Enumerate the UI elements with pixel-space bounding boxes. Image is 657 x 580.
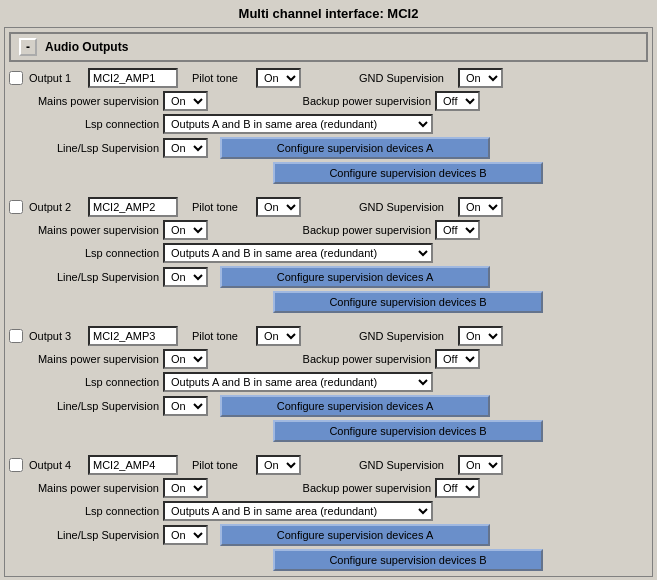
pilot-tone-label-2: Pilot tone: [192, 201, 252, 213]
configure-b-row-2: Configure supervision devices B: [273, 291, 648, 313]
pilot-tone-select-4[interactable]: OnOff: [256, 455, 301, 475]
lsp-connection-select-1[interactable]: Outputs A and B in same area (redundant)…: [163, 114, 433, 134]
line-lsp-select-4[interactable]: OnOff: [163, 525, 208, 545]
mains-power-select-4[interactable]: OnOff: [163, 478, 208, 498]
power-row-1: Mains power supervision OnOff Backup pow…: [29, 91, 648, 111]
power-row-2: Mains power supervision OnOff Backup pow…: [29, 220, 648, 240]
backup-power-select-3[interactable]: OffOn: [435, 349, 480, 369]
configure-b-row-4: Configure supervision devices B: [273, 549, 648, 571]
output-checkbox-4[interactable]: [9, 458, 23, 472]
lsp-row-1: Lsp connection Outputs A and B in same a…: [29, 114, 648, 134]
mains-power-select-1[interactable]: OnOff: [163, 91, 208, 111]
output-label-1: Output 1: [29, 72, 84, 84]
backup-power-label-4: Backup power supervision: [286, 482, 431, 494]
output-main-row-3: Output 3 Pilot tone OnOff GND Supervisio…: [9, 326, 648, 346]
output-block-4: Output 4 Pilot tone OnOff GND Supervisio…: [9, 455, 648, 577]
output-checkbox-2[interactable]: [9, 200, 23, 214]
line-lsp-row-1: Line/Lsp Supervision OnOff Configure sup…: [29, 137, 648, 159]
configure-supervision-a-btn-3[interactable]: Configure supervision devices A: [220, 395, 490, 417]
output-block-3: Output 3 Pilot tone OnOff GND Supervisio…: [9, 326, 648, 451]
mains-power-select-3[interactable]: OnOff: [163, 349, 208, 369]
configure-supervision-a-btn-4[interactable]: Configure supervision devices A: [220, 524, 490, 546]
power-row-3: Mains power supervision OnOff Backup pow…: [29, 349, 648, 369]
gnd-supervision-select-1[interactable]: OnOff: [458, 68, 503, 88]
output-name-input-3[interactable]: [88, 326, 178, 346]
lsp-row-2: Lsp connection Outputs A and B in same a…: [29, 243, 648, 263]
gnd-supervision-select-4[interactable]: OnOff: [458, 455, 503, 475]
lsp-connection-select-3[interactable]: Outputs A and B in same area (redundant)…: [163, 372, 433, 392]
output-main-row-4: Output 4 Pilot tone OnOff GND Supervisio…: [9, 455, 648, 475]
output-name-input-1[interactable]: [88, 68, 178, 88]
line-lsp-select-2[interactable]: OnOff: [163, 267, 208, 287]
lsp-connection-label-3: Lsp connection: [29, 376, 159, 388]
configure-b-row-1: Configure supervision devices B: [273, 162, 648, 184]
output-main-row-1: Output 1 Pilot tone OnOff GND Supervisio…: [9, 68, 648, 88]
collapse-button[interactable]: -: [19, 38, 37, 56]
output-block-1: Output 1 Pilot tone OnOff GND Supervisio…: [9, 68, 648, 193]
pilot-tone-label-3: Pilot tone: [192, 330, 252, 342]
pilot-tone-label-4: Pilot tone: [192, 459, 252, 471]
configure-supervision-b-btn-1[interactable]: Configure supervision devices B: [273, 162, 543, 184]
mains-power-label-2: Mains power supervision: [29, 224, 159, 236]
backup-power-label-1: Backup power supervision: [286, 95, 431, 107]
pilot-tone-select-3[interactable]: OnOff: [256, 326, 301, 346]
section-header: - Audio Outputs: [9, 32, 648, 62]
backup-power-select-4[interactable]: OffOn: [435, 478, 480, 498]
configure-b-row-3: Configure supervision devices B: [273, 420, 648, 442]
lsp-connection-label-1: Lsp connection: [29, 118, 159, 130]
configure-supervision-a-btn-2[interactable]: Configure supervision devices A: [220, 266, 490, 288]
configure-supervision-b-btn-4[interactable]: Configure supervision devices B: [273, 549, 543, 571]
line-lsp-select-1[interactable]: OnOff: [163, 138, 208, 158]
configure-supervision-b-btn-2[interactable]: Configure supervision devices B: [273, 291, 543, 313]
mains-power-label-1: Mains power supervision: [29, 95, 159, 107]
output-checkbox-1[interactable]: [9, 71, 23, 85]
line-lsp-label-1: Line/Lsp Supervision: [29, 142, 159, 154]
line-lsp-row-4: Line/Lsp Supervision OnOff Configure sup…: [29, 524, 648, 546]
line-lsp-row-3: Line/Lsp Supervision OnOff Configure sup…: [29, 395, 648, 417]
mains-power-label-4: Mains power supervision: [29, 482, 159, 494]
output-name-input-2[interactable]: [88, 197, 178, 217]
mains-power-select-2[interactable]: OnOff: [163, 220, 208, 240]
output-block-2: Output 2 Pilot tone OnOff GND Supervisio…: [9, 197, 648, 322]
gnd-supervision-select-3[interactable]: OnOff: [458, 326, 503, 346]
output-label-4: Output 4: [29, 459, 84, 471]
backup-power-label-2: Backup power supervision: [286, 224, 431, 236]
window-title: Multi channel interface: MCI2: [0, 0, 657, 27]
lsp-connection-label-4: Lsp connection: [29, 505, 159, 517]
pilot-tone-label-1: Pilot tone: [192, 72, 252, 84]
gnd-supervision-label-3: GND Supervision: [359, 330, 454, 342]
backup-power-select-1[interactable]: OffOn: [435, 91, 480, 111]
power-row-4: Mains power supervision OnOff Backup pow…: [29, 478, 648, 498]
lsp-row-3: Lsp connection Outputs A and B in same a…: [29, 372, 648, 392]
output-checkbox-3[interactable]: [9, 329, 23, 343]
configure-supervision-b-btn-3[interactable]: Configure supervision devices B: [273, 420, 543, 442]
backup-power-label-3: Backup power supervision: [286, 353, 431, 365]
output-main-row-2: Output 2 Pilot tone OnOff GND Supervisio…: [9, 197, 648, 217]
output-name-input-4[interactable]: [88, 455, 178, 475]
output-label-2: Output 2: [29, 201, 84, 213]
pilot-tone-select-2[interactable]: OnOff: [256, 197, 301, 217]
gnd-supervision-label-4: GND Supervision: [359, 459, 454, 471]
lsp-connection-label-2: Lsp connection: [29, 247, 159, 259]
configure-supervision-a-btn-1[interactable]: Configure supervision devices A: [220, 137, 490, 159]
line-lsp-label-2: Line/Lsp Supervision: [29, 271, 159, 283]
section-label: Audio Outputs: [45, 40, 128, 54]
gnd-supervision-select-2[interactable]: OnOff: [458, 197, 503, 217]
line-lsp-select-3[interactable]: OnOff: [163, 396, 208, 416]
gnd-supervision-label-1: GND Supervision: [359, 72, 454, 84]
line-lsp-label-4: Line/Lsp Supervision: [29, 529, 159, 541]
line-lsp-label-3: Line/Lsp Supervision: [29, 400, 159, 412]
lsp-connection-select-4[interactable]: Outputs A and B in same area (redundant)…: [163, 501, 433, 521]
gnd-supervision-label-2: GND Supervision: [359, 201, 454, 213]
outputs-container: Output 1 Pilot tone OnOff GND Supervisio…: [9, 68, 648, 577]
main-panel: - Audio Outputs Output 1 Pilot tone OnOf…: [4, 27, 653, 577]
lsp-connection-select-2[interactable]: Outputs A and B in same area (redundant)…: [163, 243, 433, 263]
mains-power-label-3: Mains power supervision: [29, 353, 159, 365]
lsp-row-4: Lsp connection Outputs A and B in same a…: [29, 501, 648, 521]
pilot-tone-select-1[interactable]: OnOff: [256, 68, 301, 88]
output-label-3: Output 3: [29, 330, 84, 342]
line-lsp-row-2: Line/Lsp Supervision OnOff Configure sup…: [29, 266, 648, 288]
backup-power-select-2[interactable]: OffOn: [435, 220, 480, 240]
